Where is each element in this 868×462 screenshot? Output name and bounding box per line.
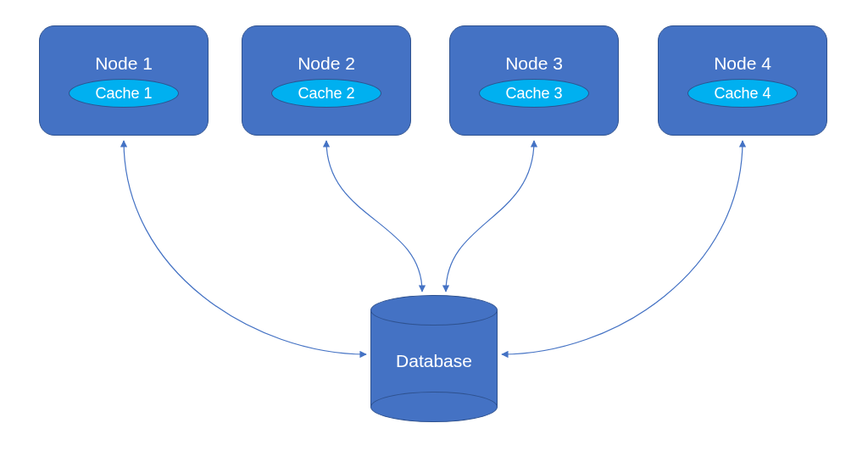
database-label: Database (370, 351, 498, 371)
node-2-label: Node 2 (298, 53, 355, 74)
cache-3: Cache 3 (479, 79, 589, 108)
database-bottom (370, 392, 498, 422)
connector-node2-db (326, 141, 422, 292)
node-1: Node 1 Cache 1 (39, 25, 209, 136)
connector-node3-db (446, 141, 534, 292)
database-top (370, 295, 498, 326)
node-2: Node 2 Cache 2 (242, 25, 411, 136)
cache-1: Cache 1 (69, 79, 179, 108)
connector-node1-db (124, 141, 366, 354)
cache-2: Cache 2 (271, 79, 381, 108)
connector-node4-db (502, 141, 743, 354)
node-4: Node 4 Cache 4 (658, 25, 827, 136)
node-3-label: Node 3 (505, 53, 563, 74)
node-1-label: Node 1 (95, 53, 153, 74)
cache-4: Cache 4 (687, 79, 798, 108)
node-4-label: Node 4 (714, 53, 771, 74)
node-3: Node 3 Cache 3 (449, 25, 619, 136)
database: Database (370, 295, 498, 422)
